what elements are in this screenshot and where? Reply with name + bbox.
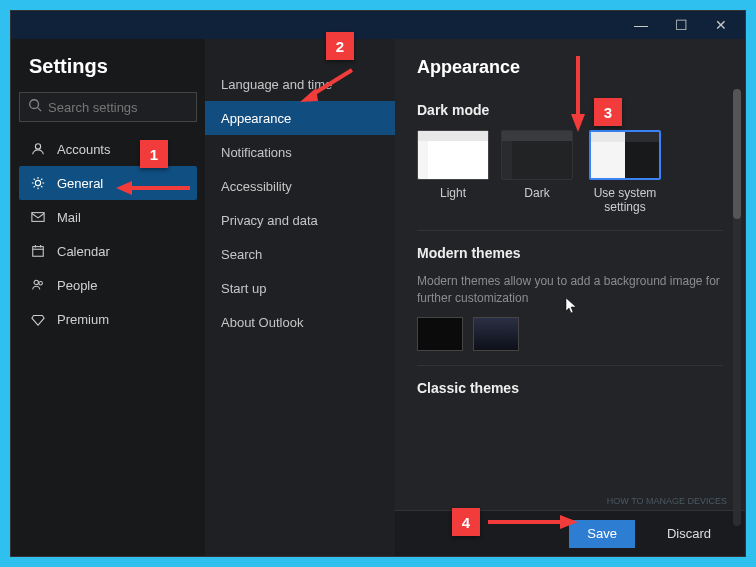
calendar-icon (29, 244, 47, 258)
annotation-badge-2: 2 (326, 32, 354, 60)
modern-theme-tile-1[interactable] (417, 317, 463, 351)
subitem-accessibility[interactable]: Accessibility (205, 169, 395, 203)
general-submenu: Language and time Appearance Notificatio… (205, 39, 395, 556)
subitem-about[interactable]: About Outlook (205, 305, 395, 339)
theme-option-dark[interactable]: Dark (501, 130, 573, 216)
sidebar-item-people[interactable]: People (19, 268, 197, 302)
search-box[interactable] (19, 92, 197, 122)
sidebar-item-label: Premium (57, 312, 109, 327)
modern-themes-label: Modern themes (417, 245, 723, 261)
search-icon (28, 98, 48, 116)
svg-point-2 (35, 144, 40, 149)
divider (417, 230, 723, 231)
svg-marker-18 (560, 515, 578, 529)
cursor-icon (565, 297, 579, 319)
svg-rect-5 (33, 247, 44, 257)
theme-label: Use system settings (585, 186, 665, 216)
people-icon (29, 278, 47, 292)
titlebar: — ☐ ✕ (11, 11, 745, 39)
sidebar-item-mail[interactable]: Mail (19, 200, 197, 234)
classic-themes-label: Classic themes (417, 380, 723, 396)
svg-marker-14 (300, 88, 318, 102)
close-button[interactable]: ✕ (701, 13, 741, 37)
annotation-arrow-1 (114, 178, 192, 202)
svg-point-0 (30, 100, 39, 109)
sidebar-item-label: Mail (57, 210, 81, 225)
diamond-icon (29, 312, 47, 326)
discard-button[interactable]: Discard (649, 520, 729, 548)
annotation-badge-4: 4 (452, 508, 480, 536)
subitem-startup[interactable]: Start up (205, 271, 395, 305)
settings-window: — ☐ ✕ Settings Accounts General (10, 10, 746, 557)
sidebar-item-calendar[interactable]: Calendar (19, 234, 197, 268)
theme-preview-system (589, 130, 661, 180)
sidebar-item-label: Accounts (57, 142, 110, 157)
svg-rect-4 (32, 213, 44, 222)
annotation-badge-3: 3 (594, 98, 622, 126)
settings-sidebar: Settings Accounts General Mail (11, 39, 205, 556)
svg-marker-16 (571, 114, 585, 132)
gear-icon (29, 176, 47, 190)
content-area: Settings Accounts General Mail (11, 39, 745, 556)
theme-option-light[interactable]: Light (417, 130, 489, 216)
subitem-notifications[interactable]: Notifications (205, 135, 395, 169)
subitem-search[interactable]: Search (205, 237, 395, 271)
annotation-arrow-4 (486, 512, 580, 536)
theme-preview-light (417, 130, 489, 180)
person-icon (29, 142, 47, 156)
svg-point-10 (39, 282, 43, 286)
sidebar-item-label: General (57, 176, 103, 191)
scrollbar[interactable] (733, 89, 741, 526)
svg-point-9 (34, 280, 38, 284)
sidebar-item-label: Calendar (57, 244, 110, 259)
subitem-privacy[interactable]: Privacy and data (205, 203, 395, 237)
theme-preview-dark (501, 130, 573, 180)
svg-point-3 (35, 180, 40, 185)
settings-title: Settings (29, 55, 197, 78)
svg-marker-12 (116, 181, 132, 195)
annotation-arrow-2 (296, 66, 356, 110)
svg-line-1 (38, 108, 42, 112)
dark-mode-options: Light Dark Use system settings (417, 130, 723, 216)
sidebar-item-premium[interactable]: Premium (19, 302, 197, 336)
minimize-button[interactable]: — (621, 13, 661, 37)
theme-label: Dark (524, 186, 549, 216)
search-input[interactable] (48, 100, 188, 115)
theme-label: Light (440, 186, 466, 216)
scrollbar-thumb[interactable] (733, 89, 741, 219)
theme-option-system[interactable]: Use system settings (585, 130, 665, 216)
annotation-arrow-3 (568, 54, 588, 138)
sidebar-item-label: People (57, 278, 97, 293)
annotation-badge-1: 1 (140, 140, 168, 168)
sidebar-item-accounts[interactable]: Accounts (19, 132, 197, 166)
modern-themes-tiles (417, 317, 723, 351)
watermark: HOW TO MANAGE DEVICES (607, 497, 727, 506)
mail-icon (29, 210, 47, 224)
maximize-button[interactable]: ☐ (661, 13, 701, 37)
divider (417, 365, 723, 366)
modern-theme-tile-2[interactable] (473, 317, 519, 351)
